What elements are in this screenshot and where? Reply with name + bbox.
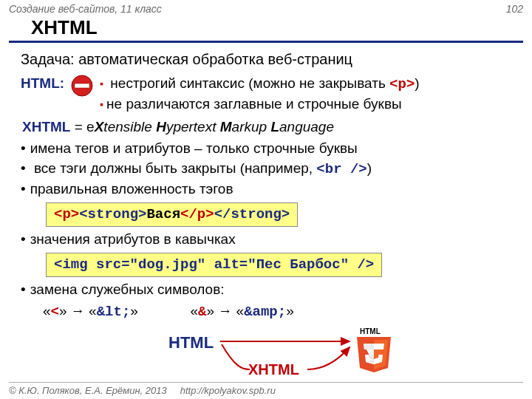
rule-5: замена служебных символов:: [21, 280, 519, 300]
html5-logo-icon: HTML: [353, 327, 395, 374]
page-number: 102: [506, 3, 523, 15]
rule-2: все тэги должны быть закрыты (например, …: [21, 159, 519, 180]
html-point-2: не различаются заглавные и строчные букв…: [100, 95, 519, 115]
html-point-1: нестрогий синтаксис (можно не закрывать …: [100, 74, 519, 95]
footer-url: http://kpolyakov.spb.ru: [180, 385, 276, 396]
page-title: XHTML: [9, 15, 523, 43]
course-label: Создание веб-сайтов, 11 класс: [9, 3, 162, 15]
xhtml-definition: XHTML = eXtensible Hypertext Markup Lang…: [22, 117, 519, 137]
diagram-xhtml-label: XHTML: [248, 359, 299, 380]
rule-4: значения атрибутов в кавычках: [21, 230, 519, 250]
footer-copyright: © К.Ю. Поляков, Е.А. Ерёмин, 2013: [9, 385, 167, 396]
entity-replacements: «<» → «&lt;» «&» → «&amp;»: [43, 301, 519, 322]
diagram-html-label: HTML: [168, 331, 214, 354]
no-entry-icon: [70, 74, 94, 98]
task-text: Задача: автоматическая обработка веб-стр…: [21, 49, 519, 69]
html-xhtml-diagram: HTML XHTML HTML: [21, 327, 519, 386]
html-limitations: HTML: нестрогий синтаксис (можно не закр…: [21, 74, 519, 115]
svg-rect-1: [75, 83, 89, 88]
html-label: HTML:: [21, 74, 64, 94]
rule-3: правильная вложенность тэгов: [21, 180, 519, 200]
code-nesting-wrong: <p><strong>Вася</p></strong>: [46, 202, 298, 227]
logo-text: HTML: [360, 327, 381, 335]
rule-1: имена тегов и атрибутов – только строчны…: [21, 139, 519, 159]
code-img-quotes: <img src="dog.jpg" alt="Пес Барбос" />: [46, 253, 382, 277]
